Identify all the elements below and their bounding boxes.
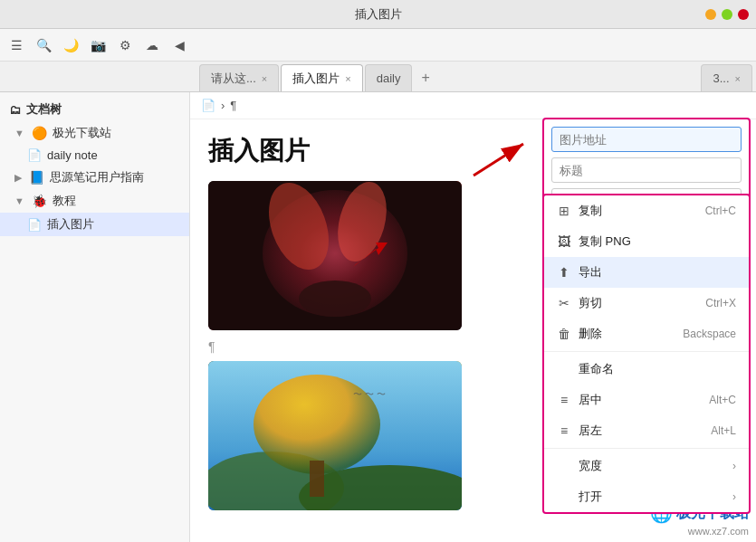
ctx-center-shortcut: Alt+C (709, 394, 736, 406)
ctx-delete-label: 删除 (579, 326, 602, 342)
ctx-rename[interactable]: 重命名 (544, 354, 749, 385)
ctx-left-shortcut: Alt+L (711, 424, 736, 437)
bug-icon: 🐞 (32, 194, 47, 208)
image-placeholder-tree: 〜 〜 〜 (208, 361, 462, 510)
image-block-2: 〜 〜 〜 (208, 361, 462, 510)
context-menu: ⊞ 复制 Ctrl+C 🖼 复制 PNG ⬆ 导出 (542, 194, 751, 514)
ctx-divider-2 (544, 448, 749, 449)
ctx-width-label: 宽度 (579, 458, 602, 474)
tab-daily[interactable]: daily (365, 64, 413, 91)
ctx-copy-shortcut: Ctrl+C (705, 204, 736, 217)
back-icon[interactable]: ◀ (170, 36, 188, 54)
breadcrumb-path: ¶ (230, 99, 236, 112)
content-area: 📄 › ¶ 插入图片 (190, 92, 756, 542)
document-tree-icon: 🗂 (9, 103, 21, 117)
image-url-input[interactable] (551, 127, 742, 152)
svg-rect-10 (310, 461, 324, 497)
ctx-open-arrow: › (732, 490, 736, 503)
tab-close-icon[interactable]: × (345, 73, 350, 84)
tab-label: 插入图片 (292, 71, 340, 87)
close-button[interactable] (738, 9, 749, 20)
ctx-copy-png-label: 复制 PNG (579, 233, 631, 250)
export-icon: ⬆ (557, 265, 571, 280)
tab-add-button[interactable]: + (414, 64, 436, 91)
ctx-open-label: 打开 (579, 489, 602, 505)
tab-close-icon[interactable]: × (735, 73, 741, 84)
tab-label: 请从这... (211, 71, 256, 87)
sidebar-item-siyuan[interactable]: ▶ 📘 思源笔记用户指南 (0, 166, 189, 189)
tab-label: daily (377, 71, 401, 85)
tab-qingcong[interactable]: 请从这... × (199, 64, 279, 91)
sidebar-item-jiaocheng[interactable]: ▼ 🐞 教程 (0, 189, 189, 213)
breadcrumb-separator: › (221, 99, 225, 112)
center-align-icon: ≡ (557, 393, 571, 407)
tab-close-icon[interactable]: × (262, 73, 267, 84)
tab-insert-image[interactable]: 插入图片 × (281, 64, 362, 91)
sidebar-item-jiguang[interactable]: ▼ 🟠 极光下载站 (0, 121, 189, 145)
image-block-1 (208, 181, 462, 330)
window-title: 插入图片 (355, 6, 402, 23)
ctx-copy[interactable]: ⊞ 复制 Ctrl+C (544, 195, 749, 226)
tab-label: 3... (713, 71, 729, 85)
sidebar-item-label: 插入图片 (47, 216, 94, 233)
image-title-input[interactable] (551, 157, 742, 183)
ctx-export[interactable]: ⬆ 导出 (544, 257, 749, 288)
delete-icon: 🗑 (557, 327, 571, 341)
book-icon: 📘 (29, 170, 44, 185)
settings-icon[interactable]: ⚙ (116, 36, 134, 54)
ctx-width-arrow: › (732, 460, 736, 472)
expand-icon: ▶ (14, 172, 22, 184)
maximize-button[interactable] (722, 9, 732, 20)
night-mode-icon[interactable]: 🌙 (62, 36, 80, 54)
tab-bar: 请从这... × 插入图片 × daily + 3... × (0, 62, 756, 92)
ctx-left-label: 居左 (579, 423, 602, 439)
ctx-center-label: 居中 (579, 392, 602, 408)
sidebar-item-label: 教程 (53, 193, 76, 209)
sidebar-item-label: daily note (47, 148, 98, 162)
sidebar-item-insert-image[interactable]: 📄 插入图片 (0, 213, 189, 236)
breadcrumb: 📄 › ¶ (190, 92, 756, 119)
toolbar: ☰ 🔍 🌙 📷 ⚙ ☁ ◀ (0, 29, 756, 62)
ctx-copy-png[interactable]: 🖼 复制 PNG (544, 226, 749, 257)
ctx-rename-label: 重命名 (579, 361, 614, 377)
ctx-center[interactable]: ≡ 居中 Alt+C (544, 385, 749, 415)
svg-line-13 (474, 144, 523, 176)
minimize-button[interactable] (705, 9, 716, 20)
red-arrow-indicator (464, 130, 537, 188)
cut-icon: ✂ (557, 296, 571, 310)
left-align-icon: ≡ (557, 423, 571, 438)
sidebar-header: 🗂 文档树 (0, 98, 189, 121)
ctx-delete[interactable]: 🗑 删除 Backspace (544, 319, 749, 349)
svg-text:〜 〜 〜: 〜 〜 〜 (353, 389, 386, 399)
watermark-url: www.xz7.com (688, 526, 749, 537)
search-icon[interactable]: 🔍 (34, 36, 53, 54)
sidebar-item-daily-note[interactable]: 📄 daily note (0, 145, 189, 166)
ctx-copy-label: 复制 (579, 203, 602, 219)
ctx-divider-1 (544, 351, 749, 352)
sidebar-item-label: 极光下载站 (53, 125, 111, 141)
ctx-cut-shortcut: Ctrl+X (705, 297, 736, 309)
expand-icon: ▼ (14, 195, 24, 206)
main-layout: 🗂 文档树 ▼ 🟠 极光下载站 📄 daily note ▶ 📘 思源笔记用户指… (0, 92, 756, 542)
svg-point-4 (299, 281, 371, 317)
title-bar: 插入图片 (0, 0, 756, 29)
ctx-width[interactable]: 宽度 › (544, 451, 749, 481)
file-icon: 📄 (27, 218, 42, 232)
sidebar-title: 文档树 (26, 101, 62, 118)
ctx-export-label: 导出 (579, 264, 602, 281)
ctx-left[interactable]: ≡ 居左 Alt+L (544, 415, 749, 446)
sidebar-item-label: 思源笔记用户指南 (50, 169, 144, 185)
ctx-open[interactable]: 打开 › (544, 481, 749, 512)
folder-icon: 🟠 (32, 126, 47, 140)
breadcrumb-doc-icon: 📄 (201, 99, 215, 112)
file-icon: 📄 (27, 148, 42, 162)
camera-icon[interactable]: 📷 (89, 36, 107, 54)
copy-icon: ⊞ (557, 204, 571, 218)
ctx-cut[interactable]: ✂ 剪切 Ctrl+X (544, 288, 749, 319)
ctx-cut-label: 剪切 (579, 295, 602, 311)
ctx-delete-shortcut: Backspace (683, 328, 736, 340)
cloud-icon[interactable]: ☁ (143, 36, 161, 54)
menu-icon[interactable]: ☰ (7, 36, 25, 54)
tab-3[interactable]: 3... × (701, 64, 752, 91)
image-placeholder-fantasy (208, 181, 462, 330)
